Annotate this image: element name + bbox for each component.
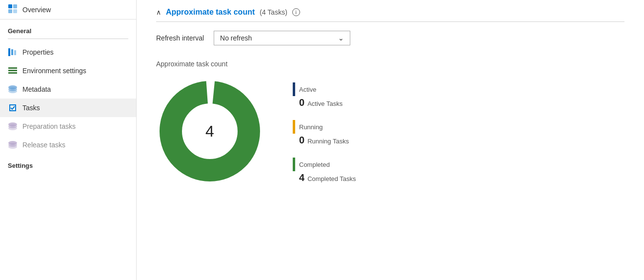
- svg-point-15: [8, 126, 17, 130]
- sidebar-item-properties[interactable]: Properties: [0, 43, 136, 61]
- legend-completed-desc: Completed Tasks: [307, 175, 356, 182]
- release-tasks-label: Release tasks: [22, 141, 65, 149]
- legend-running-count-row: 0 Running Tasks: [293, 135, 356, 146]
- svg-rect-9: [8, 72, 17, 74]
- donut-center-value: 4: [205, 122, 214, 140]
- release-tasks-icon: [8, 140, 18, 150]
- chart-label: Approximate task count: [156, 60, 624, 68]
- sidebar-overview-item[interactable]: Overview: [0, 0, 136, 20]
- prep-tasks-icon: [8, 121, 18, 131]
- svg-rect-5: [11, 49, 13, 55]
- legend-active-count-row: 0 Active Tasks: [293, 97, 356, 108]
- legend-active-bar: [293, 82, 295, 96]
- metadata-label: Metadata: [22, 85, 51, 93]
- chart-legend-row: 4 Active 0 Active Tasks Running: [156, 78, 624, 185]
- svg-rect-3: [13, 9, 17, 13]
- legend-active-desc: Active Tasks: [307, 100, 342, 107]
- general-divider: [8, 39, 128, 39]
- legend-item-running: Running 0 Running Tasks: [293, 120, 356, 146]
- properties-icon: [8, 47, 18, 57]
- section-title: Approximate task count: [166, 8, 255, 17]
- svg-point-18: [8, 145, 17, 149]
- svg-rect-7: [8, 67, 17, 69]
- svg-rect-4: [8, 48, 10, 56]
- legend-running-name: Running: [299, 123, 322, 131]
- svg-rect-6: [14, 50, 16, 55]
- env-settings-icon: [8, 66, 18, 76]
- refresh-row: Refresh interval No refresh ⌄: [156, 31, 624, 45]
- svg-rect-8: [8, 70, 17, 71]
- main-content: ∧ Approximate task count (4 Tasks) i Ref…: [137, 0, 644, 280]
- legend-active-name: Active: [299, 86, 316, 93]
- info-icon[interactable]: i: [292, 8, 300, 16]
- sidebar: Overview General Properties Environment …: [0, 0, 137, 280]
- properties-label: Properties: [22, 48, 54, 56]
- overview-label: Overview: [22, 6, 51, 14]
- metadata-icon: [8, 84, 18, 94]
- svg-point-12: [8, 89, 17, 93]
- chevron-down-icon: ⌄: [338, 34, 344, 42]
- svg-rect-0: [8, 4, 12, 8]
- section-header: ∧ Approximate task count (4 Tasks) i: [156, 0, 624, 22]
- refresh-label: Refresh interval: [156, 34, 204, 42]
- legend-active-count: 0: [299, 97, 304, 108]
- legend-running-count: 0: [299, 135, 304, 146]
- donut-chart: 4: [156, 78, 263, 185]
- legend-completed-count-row: 4 Completed Tasks: [293, 172, 356, 183]
- settings-section-label: Settings: [0, 154, 136, 173]
- refresh-dropdown-value: No refresh: [220, 34, 252, 42]
- legend-completed-bar: [293, 158, 295, 171]
- collapse-arrow-icon[interactable]: ∧: [156, 8, 161, 16]
- legend-running-desc: Running Tasks: [307, 138, 349, 145]
- svg-rect-1: [13, 4, 17, 8]
- svg-rect-2: [8, 9, 12, 13]
- legend-running-label-row: Running: [293, 120, 356, 134]
- legend-completed-label-row: Completed: [293, 158, 356, 171]
- refresh-dropdown[interactable]: No refresh ⌄: [214, 31, 350, 45]
- sidebar-item-tasks[interactable]: Tasks: [0, 99, 136, 117]
- sidebar-item-preparation-tasks[interactable]: Preparation tasks: [0, 117, 136, 136]
- legend-item-active: Active 0 Active Tasks: [293, 82, 356, 108]
- sidebar-item-release-tasks[interactable]: Release tasks: [0, 136, 136, 154]
- legend-item-completed: Completed 4 Completed Tasks: [293, 158, 356, 183]
- legend: Active 0 Active Tasks Running 0 Running …: [293, 78, 356, 183]
- legend-completed-name: Completed: [299, 161, 330, 168]
- legend-completed-count: 4: [299, 172, 304, 183]
- env-settings-label: Environment settings: [22, 67, 86, 75]
- section-task-count: (4 Tasks): [260, 8, 287, 16]
- tasks-label: Tasks: [22, 104, 40, 112]
- sidebar-item-metadata[interactable]: Metadata: [0, 80, 136, 99]
- prep-tasks-label: Preparation tasks: [22, 122, 76, 130]
- sidebar-item-environment-settings[interactable]: Environment settings: [0, 61, 136, 80]
- overview-icon: [8, 4, 18, 15]
- legend-running-bar: [293, 120, 295, 134]
- general-section-label: General: [0, 20, 136, 39]
- legend-active-label-row: Active: [293, 82, 356, 96]
- tasks-checkmark-icon: [8, 103, 18, 113]
